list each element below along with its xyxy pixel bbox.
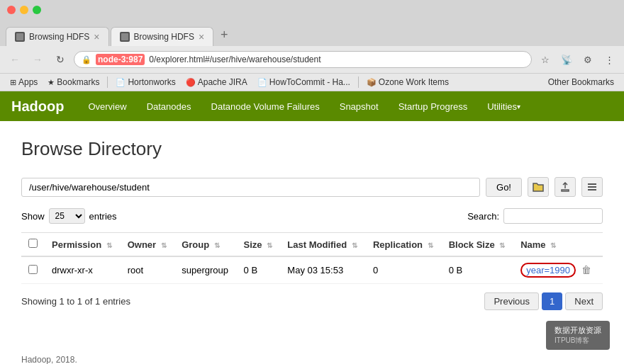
tab-title-2: Browsing HDFS: [134, 32, 194, 42]
back-button[interactable]: ←: [6, 50, 24, 69]
search-input[interactable]: [503, 208, 603, 224]
th-permission[interactable]: Permission ⇅: [45, 233, 121, 257]
bookmark-ozone[interactable]: 📦 Ozone Work Items: [362, 76, 453, 89]
close-button[interactable]: [7, 6, 16, 14]
sort-last-modified-icon: ⇅: [352, 241, 357, 249]
upload-icon-button[interactable]: [555, 177, 576, 197]
path-input[interactable]: [21, 178, 480, 197]
bookmark-jira-label: Apache JIRA: [198, 77, 247, 87]
row-last-modified: May 03 15:53: [280, 256, 366, 284]
th-size[interactable]: Size ⇅: [237, 233, 281, 257]
sort-block-size-icon: ⇅: [499, 241, 505, 249]
th-name[interactable]: Name ⇅: [513, 233, 603, 257]
bookmark-hortonworks[interactable]: 📄 Hortonworks: [111, 76, 179, 89]
svg-rect-2: [588, 183, 596, 185]
th-last-modified[interactable]: Last Modified ⇅: [280, 233, 366, 257]
bookmark-bookmarks[interactable]: ★ Bookmarks: [43, 76, 104, 89]
tab-bar: Browsing HDFS × Browsing HDFS × +: [0, 20, 624, 46]
maximize-button[interactable]: [33, 6, 41, 14]
row-permission: drwxr-xr-x: [45, 256, 121, 284]
th-permission-label: Permission: [52, 239, 101, 250]
row-replication: 0: [366, 256, 442, 284]
separator-2: [358, 76, 359, 88]
show-label: Show: [21, 211, 45, 222]
th-group-label: Group: [182, 239, 209, 250]
new-tab-button[interactable]: +: [215, 24, 234, 46]
table-controls: Show 25 50 100 entries Search:: [21, 208, 603, 224]
reload-button[interactable]: ↻: [51, 50, 69, 69]
showing-info: Showing 1 to 1 of 1 entries: [21, 296, 130, 307]
bookmark-apps[interactable]: ⊞ Apps: [6, 76, 42, 89]
star-icon: ★: [48, 78, 55, 87]
bookmark-bookmarks-label: Bookmarks: [57, 77, 99, 87]
tab-close-1[interactable]: ×: [94, 31, 99, 42]
footer: Hadoop, 2018.: [0, 348, 624, 364]
tab-1[interactable]: Browsing HDFS ×: [6, 27, 109, 46]
th-block-size[interactable]: Block Size ⇅: [442, 233, 514, 257]
row-size: 0 B: [237, 256, 281, 284]
bookmark-howtocommit-label: HowToCommit - Ha...: [269, 77, 350, 87]
apps-icon: ⊞: [10, 78, 16, 87]
row-checkbox-cell: [21, 256, 45, 284]
bookmark-star-button[interactable]: ☆: [536, 50, 555, 69]
search-label: Search:: [467, 211, 499, 222]
bookmark-other[interactable]: Other Bookmarks: [544, 76, 618, 89]
bookmark-howtocommit[interactable]: 📄 HowToCommit - Ha...: [253, 76, 355, 89]
folder-icon-button[interactable]: [528, 177, 549, 197]
ozone-icon: 📦: [367, 78, 377, 87]
nav-datanodes[interactable]: Datanodes: [137, 91, 201, 121]
nav-actions: ☆ 📡 ⚙ ⋮: [536, 50, 618, 69]
go-button[interactable]: Go!: [486, 178, 522, 197]
row-name-link[interactable]: year=1990: [520, 263, 576, 278]
bookmark-hortonworks-label: Hortonworks: [128, 77, 175, 87]
th-replication[interactable]: Replication ⇅: [366, 233, 442, 257]
page-number-1[interactable]: 1: [542, 292, 562, 310]
tab-favicon-2: [120, 32, 130, 42]
forward-button[interactable]: →: [28, 50, 47, 69]
nav-snapshot[interactable]: Snapshot: [330, 91, 389, 121]
main-content: Browse Directory Go! Show 25 50 100 entr…: [0, 121, 624, 348]
table-header: Permission ⇅ Owner ⇅ Group ⇅ Size ⇅ Last…: [21, 233, 603, 257]
svg-rect-0: [16, 33, 23, 40]
traffic-lights: [0, 0, 624, 20]
tab-close-2[interactable]: ×: [199, 31, 204, 42]
th-size-label: Size: [244, 239, 262, 250]
table-footer: Showing 1 to 1 of 1 entries Previous 1 N…: [21, 292, 603, 310]
hadoop-logo: Hadoop: [11, 98, 64, 115]
hortonworks-icon: 📄: [116, 78, 126, 87]
next-button[interactable]: Next: [565, 292, 603, 310]
row-name-cell: year=1990 🗑: [513, 256, 603, 284]
row-group: supergroup: [174, 256, 236, 284]
extensions-button[interactable]: ⚙: [579, 50, 597, 69]
bookmark-ozone-label: Ozone Work Items: [379, 77, 449, 87]
hadoop-nav: Hadoop Overview Datanodes Datanode Volum…: [0, 91, 624, 121]
th-owner[interactable]: Owner ⇅: [121, 233, 175, 257]
show-select[interactable]: 25 50 100: [49, 208, 85, 224]
tab-2[interactable]: Browsing HDFS ×: [111, 27, 214, 46]
row-checkbox[interactable]: [28, 265, 38, 274]
separator-1: [107, 76, 108, 88]
address-bar[interactable]: 🔒 node-3:987 0/explorer.html#/user/hive/…: [74, 51, 532, 68]
previous-button[interactable]: Previous: [484, 292, 539, 310]
list-icon-button[interactable]: [581, 177, 603, 197]
th-last-modified-label: Last Modified: [287, 239, 347, 250]
sort-group-icon: ⇅: [214, 241, 220, 249]
screen-cast-button[interactable]: 📡: [557, 50, 576, 69]
entries-label: entries: [89, 211, 117, 222]
minimize-button[interactable]: [20, 6, 28, 14]
nav-startup-progress[interactable]: Startup Progress: [389, 91, 478, 121]
nav-overview[interactable]: Overview: [78, 91, 136, 121]
table-row: drwxr-xr-x root supergroup 0 B May 03 15…: [21, 256, 603, 284]
row-delete-button[interactable]: 🗑: [579, 263, 594, 277]
footer-copyright: Hadoop, 2018.: [21, 355, 77, 364]
th-checkbox: [21, 233, 45, 257]
menu-button[interactable]: ⋮: [600, 50, 618, 69]
select-all-checkbox[interactable]: [28, 239, 38, 248]
svg-rect-4: [588, 189, 596, 190]
nav-datanode-volume-failures[interactable]: Datanode Volume Failures: [201, 91, 330, 121]
nav-utilities[interactable]: Utilities: [477, 91, 530, 121]
th-group[interactable]: Group ⇅: [174, 233, 236, 257]
bookmark-jira[interactable]: 🔴 Apache JIRA: [182, 76, 252, 89]
address-highlight: node-3:987: [96, 54, 145, 65]
other-bookmarks-label: Other Bookmarks: [548, 77, 614, 87]
